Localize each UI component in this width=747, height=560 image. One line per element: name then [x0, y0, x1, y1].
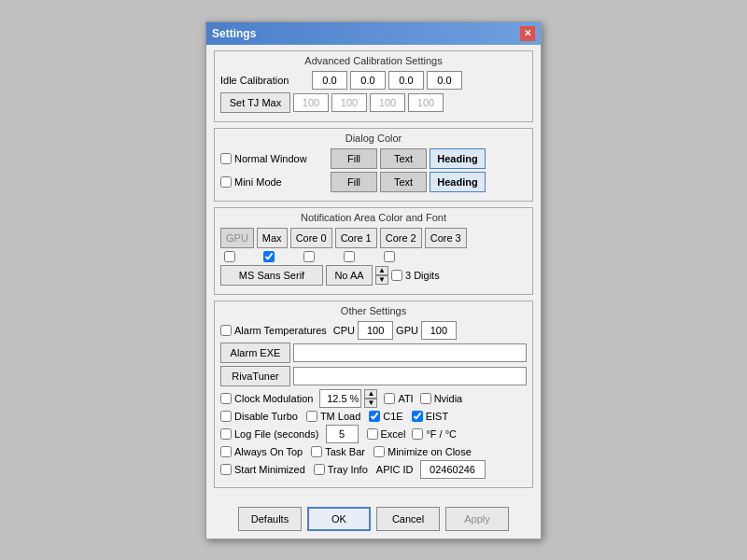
tj-val-2[interactable] — [370, 93, 405, 112]
cpu-label: CPU — [333, 325, 355, 336]
mini-mode-text-button[interactable]: Text — [380, 172, 427, 192]
aa-spinner[interactable]: ▲ ▼ — [375, 266, 388, 285]
gpu-label: GPU — [396, 325, 418, 336]
title-bar: Settings ✕ — [206, 22, 541, 45]
normal-window-row: Normal Window Fill Text Heading — [220, 148, 527, 169]
advanced-calibration-section: Advanced Calibration Settings Idle Calib… — [214, 50, 533, 122]
mini-mode-label: Mini Mode — [234, 176, 282, 188]
gpu-value[interactable] — [421, 321, 457, 340]
close-button[interactable]: ✕ — [520, 26, 535, 41]
fahrenheit-checkbox[interactable] — [412, 428, 423, 440]
apply-button[interactable]: Apply — [445, 507, 509, 531]
advanced-calibration-title: Advanced Calibration Settings — [220, 55, 527, 66]
alarm-temp-label: Alarm Temperatures — [234, 325, 327, 336]
tj-val-3[interactable] — [408, 93, 444, 112]
notification-font-row: MS Sans Serif No AA ▲ ▼ 3 Digits — [220, 265, 527, 286]
normal-window-label: Normal Window — [234, 153, 307, 164]
aa-selector-button[interactable]: No AA — [326, 265, 373, 286]
core3-button[interactable]: Core 3 — [425, 228, 467, 248]
eist-checkbox[interactable] — [412, 411, 423, 422]
core1-button[interactable]: Core 1 — [335, 228, 377, 248]
clock-mod-checkbox[interactable] — [220, 393, 232, 404]
alarm-exe-row: Alarm EXE — [220, 343, 527, 363]
digits-label: 3 Digits — [405, 270, 440, 281]
settings-dialog: Settings ✕ Advanced Calibration Settings… — [205, 21, 542, 539]
minimize-on-close-checkbox[interactable] — [374, 446, 385, 457]
clock-mod-up[interactable]: ▲ — [364, 389, 377, 399]
notif-check-2[interactable] — [303, 251, 315, 262]
start-minimized-checkbox[interactable] — [220, 464, 232, 475]
alarm-exe-button[interactable]: Alarm EXE — [220, 343, 290, 363]
notif-check-3[interactable] — [344, 251, 355, 262]
rivatuner-button[interactable]: RivaTuner — [220, 366, 290, 386]
tray-info-label: Tray Info — [328, 464, 368, 475]
clock-mod-value[interactable] — [319, 389, 361, 408]
dialog-color-title: Dialog Color — [220, 133, 527, 144]
cpu-value[interactable] — [358, 321, 393, 340]
aa-up-button[interactable]: ▲ — [375, 266, 388, 275]
mini-mode-row: Mini Mode Fill Text Heading — [220, 172, 527, 192]
tm-load-label: TM Load — [320, 411, 360, 422]
other-settings-section: Other Settings Alarm Temperatures CPU GP… — [214, 301, 533, 488]
apic-id-label: APIC ID — [376, 464, 414, 475]
gpu-button[interactable]: GPU — [220, 228, 254, 248]
max-button[interactable]: Max — [257, 228, 288, 248]
core0-button[interactable]: Core 0 — [290, 228, 332, 248]
notif-check-1[interactable] — [263, 251, 275, 262]
c1e-checkbox[interactable] — [369, 411, 380, 422]
log-file-checkbox[interactable] — [220, 428, 232, 440]
alarm-exe-input[interactable] — [293, 343, 527, 362]
nvidia-checkbox[interactable] — [420, 393, 431, 404]
mini-mode-heading-button[interactable]: Heading — [430, 172, 486, 192]
idle-calibration-label: Idle Calibration — [220, 75, 309, 86]
turbo-row: Disable Turbo TM Load C1E EIST — [220, 411, 527, 422]
minimize-on-close-label: Minimize on Close — [388, 446, 472, 457]
notif-check-0[interactable] — [224, 251, 235, 262]
core2-button[interactable]: Core 2 — [380, 228, 422, 248]
notification-buttons-row: GPU Max Core 0 Core 1 Core 2 Core 3 — [220, 228, 527, 248]
idle-val-2[interactable] — [388, 71, 424, 90]
mini-mode-checkbox[interactable] — [220, 176, 232, 188]
aa-down-button[interactable]: ▼ — [375, 275, 388, 285]
tm-load-checkbox[interactable] — [306, 411, 317, 422]
mini-mode-fill-button[interactable]: Fill — [331, 172, 377, 192]
digits-checkbox[interactable] — [391, 270, 402, 281]
tray-info-checkbox[interactable] — [314, 464, 325, 475]
task-bar-checkbox[interactable] — [311, 446, 322, 457]
normal-window-text-button[interactable]: Text — [380, 148, 427, 169]
log-file-value[interactable] — [326, 425, 359, 443]
disable-turbo-checkbox[interactable] — [220, 411, 232, 422]
ok-button[interactable]: OK — [307, 507, 371, 531]
normal-window-fill-button[interactable]: Fill — [331, 148, 377, 169]
cancel-button[interactable]: Cancel — [376, 507, 440, 531]
start-minimized-label: Start Minimized — [234, 464, 305, 475]
tj-val-0[interactable] — [293, 93, 329, 112]
normal-window-checkbox[interactable] — [220, 153, 232, 164]
alarm-temp-checkbox[interactable] — [220, 325, 232, 336]
apic-id-input[interactable] — [420, 460, 486, 479]
ati-checkbox[interactable] — [384, 393, 395, 404]
always-on-top-label: Always On Top — [234, 446, 303, 457]
notification-title: Notification Area Color and Font — [220, 212, 527, 223]
clock-mod-spinner[interactable]: ▲ ▼ — [364, 389, 377, 408]
idle-val-0[interactable] — [312, 71, 347, 90]
notif-check-4[interactable] — [384, 251, 395, 262]
start-minimized-row: Start Minimized Tray Info APIC ID — [220, 460, 527, 479]
dialog-color-section: Dialog Color Normal Window Fill Text Hea… — [214, 128, 533, 202]
fahrenheit-label: °F / °C — [426, 428, 457, 440]
dialog-title: Settings — [212, 27, 256, 40]
notification-section: Notification Area Color and Font GPU Max… — [214, 207, 533, 295]
idle-val-3[interactable] — [427, 71, 462, 90]
set-tj-max-button[interactable]: Set TJ Max — [220, 92, 290, 113]
excel-checkbox[interactable] — [367, 428, 378, 440]
clock-mod-down[interactable]: ▼ — [364, 399, 377, 408]
defaults-button[interactable]: Defaults — [238, 507, 302, 531]
font-selector-button[interactable]: MS Sans Serif — [220, 265, 323, 286]
rivatuner-input[interactable] — [293, 367, 527, 385]
normal-window-heading-button[interactable]: Heading — [430, 148, 486, 169]
tj-max-row: Set TJ Max — [220, 92, 527, 113]
idle-val-1[interactable] — [350, 71, 386, 90]
tj-val-1[interactable] — [331, 93, 367, 112]
other-settings-title: Other Settings — [220, 305, 527, 316]
always-on-top-checkbox[interactable] — [220, 446, 232, 457]
